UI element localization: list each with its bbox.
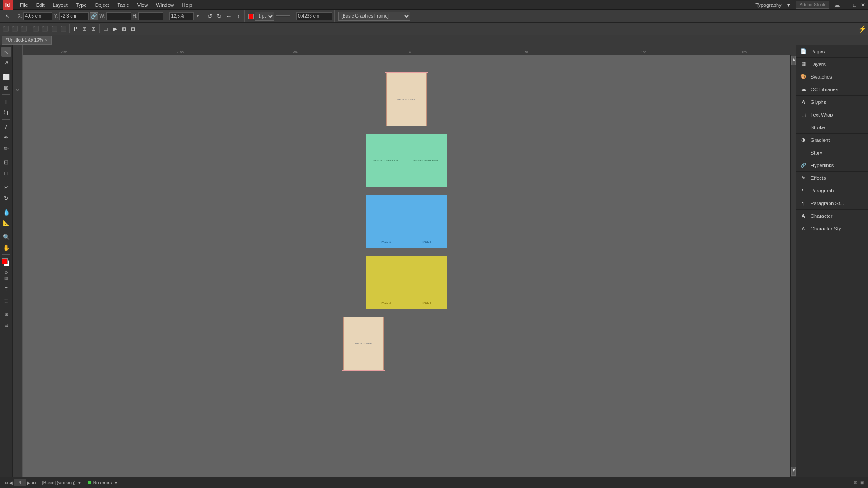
panel-stroke[interactable]: — Stroke	[796, 121, 868, 134]
foreground-color-swatch[interactable]	[2, 258, 8, 264]
errors-dropdown-arrow[interactable]: ▼	[114, 480, 118, 485]
page2-page[interactable]: PAGE 2	[406, 195, 447, 248]
select-tool[interactable]: ↖	[1, 47, 11, 57]
color-swatch-group[interactable]	[2, 258, 11, 267]
pencil-tool[interactable]: ✏	[1, 143, 11, 153]
distribute-v-icon[interactable]: ⬛	[41, 25, 49, 33]
misc-tool[interactable]: ⊟	[1, 320, 11, 330]
last-page-btn[interactable]: ⏭	[32, 480, 36, 485]
x-input[interactable]	[23, 12, 52, 20]
panel-story[interactable]: ≡ Story	[796, 146, 868, 159]
panel-gradient[interactable]: ◑ Gradient	[796, 134, 868, 146]
front-cover-page[interactable]: FRONT COVER	[386, 73, 427, 126]
select-icon[interactable]: ↖	[4, 12, 12, 20]
menu-window[interactable]: Window	[152, 1, 177, 9]
panel-paragraph-styles[interactable]: ¶ Paragraph St...	[796, 197, 868, 210]
panel-character[interactable]: A Character	[796, 210, 868, 222]
panel-text-wrap[interactable]: ⬚ Text Wrap	[796, 108, 868, 121]
menu-file[interactable]: File	[16, 1, 32, 9]
rect-frame-tool[interactable]: ⊡	[1, 157, 11, 167]
page-tool[interactable]: ⬜	[1, 72, 11, 82]
align-center-icon[interactable]: ⬛	[11, 25, 19, 33]
transform-tool[interactable]: ↻	[1, 193, 11, 203]
h-input[interactable]	[138, 12, 163, 20]
first-page-btn[interactable]: ⏮	[4, 480, 8, 485]
panel-pages[interactable]: 📄 Pages	[796, 45, 868, 58]
text-frame-tool[interactable]: T	[1, 284, 11, 294]
fit-page-btn[interactable]: ⊞	[854, 480, 858, 485]
document-tab[interactable]: *Untitled-1 @ 13% ×	[2, 36, 52, 45]
cc-sync-icon[interactable]: ⚡	[858, 25, 866, 33]
normal-view-icon[interactable]: □	[102, 25, 110, 33]
menu-help[interactable]: Help	[178, 1, 196, 9]
tab-close-btn[interactable]: ×	[45, 38, 47, 42]
menu-view[interactable]: View	[134, 1, 152, 9]
rect-tool[interactable]: □	[1, 168, 11, 178]
frame-tool-extra[interactable]: ⊞	[1, 309, 11, 319]
distribute-h-icon[interactable]: ⬛	[32, 25, 40, 33]
space-even-h-icon[interactable]: ⬛	[50, 25, 58, 33]
panel-cc-libraries[interactable]: ☁ CC Libraries	[796, 83, 868, 96]
rotate-90-cw-icon[interactable]: ↻	[215, 12, 223, 20]
frame-style-select[interactable]: [Basic Graphics Frame]	[338, 12, 410, 21]
panel-hyperlinks[interactable]: 🔗 Hyperlinks	[796, 159, 868, 172]
window-minimize[interactable]: ─	[844, 2, 849, 8]
panel-swatches[interactable]: 🎨 Swatches	[796, 70, 868, 83]
gradient-swatch[interactable]: ▧	[4, 276, 8, 280]
workspace-label[interactable]: Typography	[755, 2, 781, 8]
page-number-input[interactable]	[14, 479, 26, 486]
panel-character-styles[interactable]: A Character Sty...	[796, 222, 868, 235]
panel-glyphs[interactable]: A Glyphs	[796, 96, 868, 108]
hand-tool[interactable]: ✋	[1, 243, 11, 253]
menu-type[interactable]: Type	[72, 1, 90, 9]
rotate-90-ccw-icon[interactable]: ↺	[206, 12, 214, 20]
menu-layout[interactable]: Layout	[49, 1, 71, 9]
search-stock[interactable]: Adobe Stock	[796, 1, 830, 9]
window-restore[interactable]: □	[853, 2, 856, 8]
none-swatch[interactable]: ⊘	[5, 270, 8, 275]
transform2-tool[interactable]: ⬚	[1, 295, 11, 305]
page3-page[interactable]: PAGE 3	[366, 256, 406, 309]
inside-cover-left-page[interactable]: INSIDE COVER LEFT	[366, 134, 406, 187]
panel-effects[interactable]: fx Effects	[796, 172, 868, 184]
place-icon[interactable]: ⊞	[80, 25, 89, 33]
master-label[interactable]: [Basic] (working)	[42, 480, 75, 485]
scroll-up-btn[interactable]: ▲	[791, 56, 796, 65]
space-even-v-icon[interactable]: ⬛	[59, 25, 67, 33]
panel-paragraph[interactable]: ¶ Paragraph	[796, 184, 868, 197]
page4-page[interactable]: PAGE 4	[406, 256, 447, 309]
slug-view-icon[interactable]: ⊟	[129, 25, 137, 33]
flip-v-icon[interactable]: ↕	[234, 12, 242, 20]
gap-tool[interactable]: ⊠	[1, 83, 11, 93]
direct-select-tool[interactable]: ↗	[1, 58, 11, 68]
inside-cover-right-page[interactable]: INSIDE COVER RIGHT	[406, 134, 447, 187]
pen-tool[interactable]: ✒	[1, 132, 11, 142]
align-right-icon[interactable]: ⬛	[20, 25, 28, 33]
panel-layers[interactable]: ▦ Layers	[796, 58, 868, 70]
measure-tool[interactable]: 📐	[1, 218, 11, 228]
page1-page[interactable]: PAGE 1	[366, 195, 406, 248]
scissors-tool[interactable]: ✂	[1, 182, 11, 192]
errors-label[interactable]: No errors	[93, 480, 112, 485]
right-scrollbar[interactable]: ▲ ▼	[790, 55, 796, 477]
w-input[interactable]	[106, 12, 131, 20]
type-on-path-tool[interactable]: ⌇T	[1, 108, 11, 117]
zoom-dropdown-arrow[interactable]: ▼	[195, 14, 200, 19]
scroll-down-btn[interactable]: ▼	[791, 467, 796, 476]
stroke-color-swatch[interactable]	[248, 14, 254, 19]
stroke-weight-select[interactable]: 1 pt	[255, 12, 274, 21]
flip-h-icon[interactable]: ↔	[225, 12, 233, 20]
next-page-btn[interactable]: ▶	[27, 480, 31, 485]
menu-object[interactable]: Object	[91, 1, 113, 9]
align-left-icon[interactable]: ⬛	[2, 25, 10, 33]
link-icon[interactable]: 🔗	[90, 12, 98, 20]
menu-table[interactable]: Table	[113, 1, 132, 9]
prev-page-btn[interactable]: ◀	[9, 480, 13, 485]
master-dropdown-arrow[interactable]: ▼	[77, 480, 82, 485]
line-tool[interactable]: /	[1, 122, 11, 131]
width-value-input[interactable]	[296, 12, 332, 20]
back-cover-page[interactable]: BACK COVER	[343, 317, 384, 370]
zoom-tool[interactable]: 🔍	[1, 232, 11, 242]
preview-icon[interactable]: ▶	[111, 25, 119, 33]
presentation-mode-btn[interactable]: ▣	[860, 480, 864, 485]
